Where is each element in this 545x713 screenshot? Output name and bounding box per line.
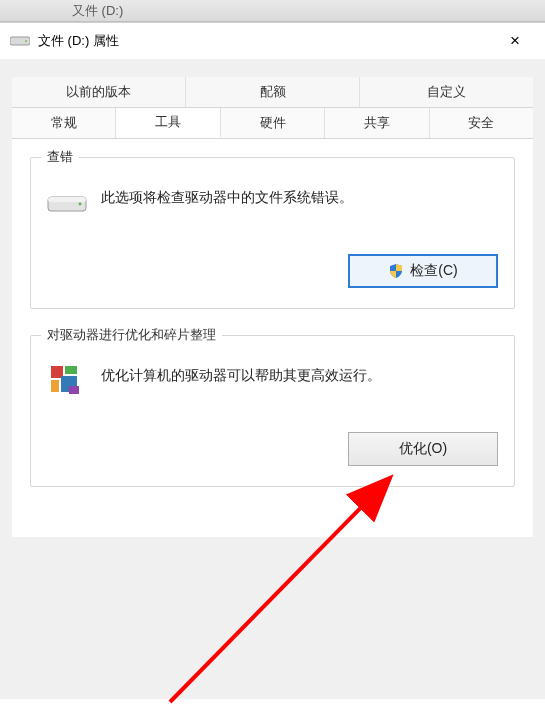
svg-rect-3 bbox=[48, 197, 86, 202]
shield-icon bbox=[388, 263, 404, 279]
tab-customize[interactable]: 自定义 bbox=[360, 77, 533, 107]
svg-point-4 bbox=[79, 203, 82, 206]
group-error-checking-title: 查错 bbox=[41, 148, 79, 166]
tabs: 以前的版本 配额 自定义 常规 工具 硬件 共享 安全 查错 bbox=[12, 77, 533, 537]
tab-previous-versions[interactable]: 以前的版本 bbox=[12, 77, 186, 107]
optimize-button-label: 优化(O) bbox=[399, 440, 447, 458]
tab-row-2: 常规 工具 硬件 共享 安全 bbox=[12, 108, 533, 139]
properties-dialog: 文件 (D:) 属性 × 以前的版本 配额 自定义 常规 工具 硬件 共享 安全… bbox=[0, 22, 545, 699]
tab-general[interactable]: 常规 bbox=[12, 108, 116, 138]
tab-content-tools: 查错 此选项将检查驱动器中的文件系统错误。 bbox=[12, 139, 533, 537]
close-button[interactable]: × bbox=[495, 27, 535, 55]
svg-point-1 bbox=[25, 40, 27, 42]
explorer-top-bar: 又件 (D:) bbox=[0, 0, 545, 22]
tab-row-1: 以前的版本 配额 自定义 bbox=[12, 77, 533, 108]
drive-check-icon bbox=[47, 184, 87, 224]
tab-tools[interactable]: 工具 bbox=[116, 108, 220, 138]
dialog-body: 以前的版本 配额 自定义 常规 工具 硬件 共享 安全 查错 bbox=[0, 59, 545, 699]
svg-rect-6 bbox=[65, 366, 77, 374]
group-error-checking-desc: 此选项将检查驱动器中的文件系统错误。 bbox=[101, 184, 498, 208]
group-optimize-desc: 优化计算机的驱动器可以帮助其更高效运行。 bbox=[101, 362, 498, 386]
drive-icon bbox=[10, 35, 30, 47]
defrag-icon bbox=[47, 362, 87, 402]
tab-sharing[interactable]: 共享 bbox=[325, 108, 429, 138]
group-optimize-title: 对驱动器进行优化和碎片整理 bbox=[41, 326, 222, 344]
title-bar: 文件 (D:) 属性 × bbox=[0, 23, 545, 59]
top-bar-label: 又件 (D:) bbox=[72, 2, 123, 20]
check-button-label: 检查(C) bbox=[410, 262, 457, 280]
group-optimize: 对驱动器进行优化和碎片整理 优化计算机的驱动器可以帮助其更高效运行。 bbox=[30, 335, 515, 487]
tab-quota[interactable]: 配额 bbox=[186, 77, 360, 107]
window-title: 文件 (D:) 属性 bbox=[38, 32, 119, 50]
group-error-checking: 查错 此选项将检查驱动器中的文件系统错误。 bbox=[30, 157, 515, 309]
check-button[interactable]: 检查(C) bbox=[348, 254, 498, 288]
optimize-button[interactable]: 优化(O) bbox=[348, 432, 498, 466]
tab-hardware[interactable]: 硬件 bbox=[221, 108, 325, 138]
close-icon: × bbox=[510, 31, 520, 51]
svg-rect-7 bbox=[51, 380, 59, 392]
svg-rect-9 bbox=[69, 386, 79, 394]
tab-security[interactable]: 安全 bbox=[430, 108, 533, 138]
